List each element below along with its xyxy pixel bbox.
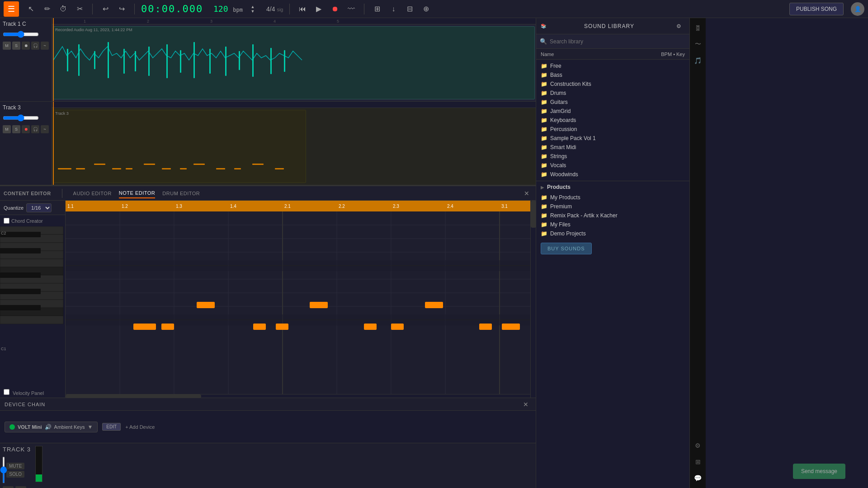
play-button[interactable]: ▶ [312, 3, 325, 15]
tree-item-construction-kits[interactable]: 📁 Construction Kits [536, 80, 689, 89]
split-button[interactable]: ⊟ [403, 3, 416, 15]
folder-icon-sample-pack: 📁 [541, 135, 547, 141]
chord-creator-checkbox[interactable] [4, 218, 9, 224]
track-list: Track 1 C M S ⏺ 🎧 ~ 1 2 3 [0, 18, 536, 185]
select-tool-button[interactable]: ↖ [24, 3, 37, 15]
tree-item-drums[interactable]: 📁 Drums [536, 89, 689, 98]
tree-label-free: Free [550, 63, 561, 69]
metronome-button[interactable]: ↓ [387, 3, 400, 15]
buy-sounds-button[interactable]: BUY SOUNDS [541, 243, 592, 254]
v-scrollbar-thumb[interactable] [531, 201, 536, 228]
device-chain-close-button[interactable]: ✕ [520, 400, 531, 409]
note-grid-area[interactable]: 1.1 1.2 1.3 1.4 2.1 2.2 2.3 2.4 3.1 [66, 201, 530, 398]
tree-item-my-products[interactable]: 📁 My Products [536, 193, 689, 202]
library-settings-button[interactable]: ⚙ [672, 20, 685, 33]
tree-item-woodwinds[interactable]: 📁 Woodwinds [536, 170, 689, 179]
tree-item-vocals[interactable]: 📁 Vocals [536, 161, 689, 170]
toolbar: ☰ ↖ ✏ ⏱ ✂ ↩ ↪ 00:00.000 120 bpm ▲▼ 4/4 s… [0, 0, 868, 18]
undo-button[interactable]: ↩ [99, 3, 112, 15]
bpm-up-button[interactable]: ▲▼ [246, 3, 259, 15]
tree-item-strings[interactable]: 📁 Strings [536, 152, 689, 161]
note-grid[interactable] [66, 211, 530, 394]
track-volume-3[interactable] [3, 114, 39, 122]
h-scrollbar-thumb[interactable] [66, 394, 201, 398]
svg-rect-14 [270, 48, 272, 74]
track3-headphone-button[interactable]: 🎧 [15, 486, 26, 488]
tree-item-premium[interactable]: 📁 Premium [536, 202, 689, 211]
tab-note-editor[interactable]: NOTE EDITOR [119, 188, 155, 198]
arm-btn-1c[interactable]: ⏺ [22, 42, 30, 50]
fx-button[interactable]: ⊕ [420, 3, 432, 15]
tab-drum-editor[interactable]: DRUM EDITOR [162, 189, 200, 198]
tree-item-jamgrid[interactable]: 📁 JamGrid [536, 107, 689, 116]
tree-item-demo-projects[interactable]: 📁 Demo Projects [536, 229, 689, 238]
cut-tool-button[interactable]: ✂ [73, 3, 86, 15]
far-right-midi-button[interactable]: 🎵 [692, 54, 704, 67]
wave-btn-3[interactable]: ~ [41, 125, 49, 133]
svg-rect-8 [180, 50, 181, 73]
headphone-btn-1c[interactable]: 🎧 [31, 42, 39, 50]
add-device-button[interactable]: + Add Device [125, 424, 155, 430]
tree-item-smart-midi[interactable]: 📁 Smart Midi [536, 143, 689, 152]
time-sig: 4/4 sig [266, 5, 283, 13]
track3-fader[interactable] [3, 456, 5, 483]
tree-label-smart-midi: Smart Midi [550, 144, 576, 150]
col-name-label: Name [541, 52, 554, 57]
track-name-3: Track 3 [3, 104, 49, 111]
far-right-chat-button[interactable]: 💬 [692, 472, 704, 484]
snap-button[interactable]: ⊞ [371, 3, 383, 15]
redo-button[interactable]: ↪ [115, 3, 128, 15]
grid-svg [66, 211, 530, 394]
quantize-select[interactable]: 1/16 1/8 1/4 [26, 203, 52, 212]
record-button[interactable]: ⏺ [329, 3, 341, 15]
far-right-wave-button[interactable]: 〜 [692, 38, 704, 51]
track3-mute-button[interactable]: MUTE [6, 463, 24, 469]
loop-button[interactable]: 〰 [345, 3, 358, 15]
solo-btn-3[interactable]: S [12, 125, 20, 133]
tree-item-bass[interactable]: 📁 Bass [536, 70, 689, 80]
far-right-settings-button[interactable]: ⚙ [692, 439, 704, 452]
track-content-3[interactable]: Track 3 [52, 102, 536, 185]
tree-item-remix-pack[interactable]: 📁 Remix Pack - Artik x Kacher [536, 211, 689, 220]
publish-button[interactable]: PUBLISH SONG [789, 3, 844, 15]
clock-tool-button[interactable]: ⏱ [57, 3, 70, 15]
svg-rect-54 [425, 302, 443, 308]
track-content-1c[interactable]: 1 2 3 4 5 Recorded Audio Aug 11, 2023, 1… [52, 18, 536, 101]
chevron-down-icon[interactable]: ▼ [87, 424, 93, 430]
far-right-plugin-button[interactable]: 🎛 [692, 22, 704, 34]
note-grid-ruler: 1.1 1.2 1.3 1.4 2.1 2.2 2.3 2.4 3.1 [66, 201, 530, 211]
tree-item-guitars[interactable]: 📁 Guitars [536, 98, 689, 107]
pencil-tool-button[interactable]: ✏ [41, 3, 53, 15]
tree-item-my-files[interactable]: 📁 My Files [536, 220, 689, 229]
svg-rect-29 [0, 248, 41, 253]
velocity-panel-checkbox[interactable] [4, 389, 9, 395]
arm-btn-3[interactable]: ⏺ [22, 125, 30, 133]
editor-close-button[interactable]: ✕ [521, 189, 532, 198]
menu-button[interactable]: ☰ [4, 1, 19, 17]
headphone-btn-3[interactable]: 🎧 [31, 125, 39, 133]
mute-btn-3[interactable]: M [3, 125, 11, 133]
rewind-button[interactable]: ⏮ [296, 3, 309, 15]
v-scrollbar[interactable] [530, 201, 536, 398]
svg-rect-57 [161, 324, 174, 330]
device-edit-button[interactable]: EDIT [102, 423, 121, 431]
tree-label-construction-kits: Construction Kits [550, 81, 591, 87]
solo-btn-1c[interactable]: S [12, 42, 20, 50]
tree-item-sample-pack[interactable]: 📁 Sample Pack Vol 1 [536, 134, 689, 143]
mute-btn-1c[interactable]: M [3, 42, 11, 50]
tree-label-remix-pack: Remix Pack - Artik x Kacher [550, 212, 618, 219]
wave-btn-1c[interactable]: ~ [41, 42, 49, 50]
send-message-button[interactable]: Send message [793, 464, 845, 479]
tree-item-free[interactable]: 📁 Free [536, 61, 689, 70]
h-scrollbar[interactable] [66, 394, 530, 398]
far-right-grid-button[interactable]: ⊞ [692, 455, 704, 468]
track-volume-1c[interactable] [3, 31, 39, 38]
svg-rect-12 [239, 51, 240, 70]
tree-item-keyboards[interactable]: 📁 Keyboards [536, 116, 689, 125]
search-input[interactable] [550, 38, 686, 45]
tab-audio-editor[interactable]: AUDIO EDITOR [73, 189, 112, 198]
device-power-button[interactable] [9, 424, 15, 430]
tree-item-percussion[interactable]: 📁 Percussion [536, 125, 689, 134]
track3-mic-button[interactable]: 🎤 [3, 486, 14, 488]
track3-solo-button[interactable]: SOLO [6, 471, 24, 478]
